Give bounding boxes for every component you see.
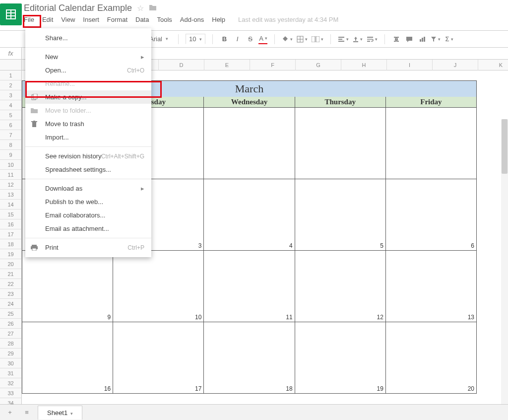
calendar-cell[interactable]: 20 [386, 322, 476, 393]
menu-edit[interactable]: Edit [42, 15, 53, 24]
column-header-E[interactable]: E [204, 60, 250, 70]
menu-view[interactable]: View [61, 15, 75, 24]
calendar-cell[interactable]: 18 [204, 322, 295, 393]
row-header-3[interactable]: 3 [0, 90, 22, 100]
vertical-scrollbar[interactable] [501, 119, 508, 404]
row-header-16[interactable]: 16 [0, 219, 22, 229]
calendar-cell[interactable]: 5 [295, 179, 386, 250]
merge-cells-button[interactable] [312, 34, 323, 44]
wrap-button[interactable] [367, 34, 378, 44]
select-all-corner[interactable] [0, 60, 22, 70]
file-menu-download[interactable]: Download as▸ [25, 182, 151, 195]
menu-help[interactable]: Help [212, 15, 225, 24]
file-menu-settings[interactable]: Spreadsheet settings... [25, 163, 151, 176]
row-header-6[interactable]: 6 [0, 120, 22, 130]
bold-button[interactable]: B [220, 34, 229, 44]
row-header-33[interactable]: 33 [0, 388, 22, 398]
doc-title[interactable]: Editorial Calendar Example [24, 3, 132, 13]
row-header-24[interactable]: 24 [0, 299, 22, 309]
row-header-11[interactable]: 11 [0, 170, 22, 180]
column-header-F[interactable]: F [250, 60, 296, 70]
file-menu-publish[interactable]: Publish to the web... [25, 195, 151, 209]
calendar-cell[interactable] [295, 108, 386, 179]
calendar-cell[interactable]: 11 [204, 251, 295, 322]
row-header-7[interactable]: 7 [0, 130, 22, 140]
insert-comment-button[interactable] [405, 34, 414, 44]
calendar-cell[interactable]: 17 [113, 322, 204, 393]
insert-link-button[interactable] [392, 34, 401, 44]
row-header-1[interactable]: 1 [0, 70, 22, 80]
row-header-8[interactable]: 8 [0, 140, 22, 150]
row-header-18[interactable]: 18 [0, 239, 22, 249]
calendar-cell[interactable]: 6 [386, 179, 476, 250]
last-edit-label[interactable]: Last edit was yesterday at 4:34 PM [238, 15, 338, 24]
row-header-14[interactable]: 14 [0, 200, 22, 210]
add-sheet-button[interactable]: + [4, 407, 16, 419]
row-header-20[interactable]: 20 [0, 259, 22, 269]
insert-chart-button[interactable] [418, 34, 427, 44]
functions-button[interactable]: Σ [444, 34, 453, 44]
all-sheets-button[interactable]: ≡ [21, 407, 33, 419]
menu-data[interactable]: Data [135, 15, 149, 24]
calendar-cell[interactable]: 13 [386, 251, 476, 322]
menu-addons[interactable]: Add-ons [180, 15, 204, 24]
file-menu-email-collab[interactable]: Email collaborators... [25, 209, 151, 222]
calendar-cell[interactable]: 9 [22, 251, 113, 322]
row-header-27[interactable]: 27 [0, 329, 22, 339]
column-header-I[interactable]: I [387, 60, 433, 70]
row-header-25[interactable]: 25 [0, 309, 22, 319]
sheet-tab-dropdown-icon[interactable] [70, 409, 73, 417]
borders-button[interactable] [297, 34, 308, 44]
row-header-19[interactable]: 19 [0, 249, 22, 259]
calendar-cell[interactable]: 12 [295, 251, 386, 322]
row-header-13[interactable]: 13 [0, 190, 22, 200]
file-menu-move-trash[interactable]: Move to trash [25, 117, 151, 131]
row-header-4[interactable]: 4 [0, 100, 22, 110]
file-menu-new[interactable]: New▸ [25, 50, 151, 64]
row-header-28[interactable]: 28 [0, 339, 22, 349]
calendar-cell[interactable]: 4 [204, 179, 295, 250]
row-header-23[interactable]: 23 [0, 289, 22, 299]
valign-button[interactable] [353, 34, 363, 44]
file-menu-email-attach[interactable]: Email as attachment... [25, 222, 151, 235]
file-menu-revision[interactable]: See revision historyCtrl+Alt+Shift+G [25, 149, 151, 163]
menu-tools[interactable]: Tools [157, 15, 172, 24]
row-header-17[interactable]: 17 [0, 229, 22, 239]
row-header-22[interactable]: 22 [0, 279, 22, 289]
row-header-12[interactable]: 12 [0, 180, 22, 190]
file-menu-make-copy[interactable]: Make a copy... [25, 90, 151, 104]
column-header-G[interactable]: G [296, 60, 341, 70]
menu-insert[interactable]: Insert [83, 15, 99, 24]
menu-file[interactable]: File [24, 15, 34, 24]
row-header-30[interactable]: 30 [0, 358, 22, 368]
file-menu-share[interactable]: Share... [25, 31, 151, 45]
sheets-logo[interactable] [0, 3, 22, 25]
row-header-21[interactable]: 21 [0, 269, 22, 279]
font-size-selector[interactable]: 10 [186, 34, 205, 44]
fill-color-button[interactable] [282, 34, 293, 44]
file-menu-open[interactable]: Open...Ctrl+O [25, 64, 151, 77]
halign-button[interactable] [338, 34, 349, 44]
file-menu-print[interactable]: PrintCtrl+P [25, 241, 151, 254]
calendar-cell[interactable] [204, 108, 295, 179]
strikethrough-button[interactable]: S [246, 34, 254, 44]
italic-button[interactable]: I [233, 34, 242, 44]
folder-icon[interactable] [149, 4, 157, 13]
column-header-K[interactable]: K [478, 60, 508, 70]
sheet-tab[interactable]: Sheet1 [38, 406, 82, 420]
star-icon[interactable]: ☆ [137, 3, 144, 13]
row-header-2[interactable]: 2 [0, 80, 22, 90]
row-header-9[interactable]: 9 [0, 150, 22, 160]
row-header-31[interactable]: 31 [0, 368, 22, 378]
column-header-H[interactable]: H [341, 60, 387, 70]
text-color-button[interactable]: A [258, 34, 267, 44]
file-menu-import[interactable]: Import... [25, 131, 151, 144]
calendar-cell[interactable] [386, 108, 476, 179]
column-header-D[interactable]: D [159, 60, 204, 70]
row-header-26[interactable]: 26 [0, 319, 22, 329]
row-header-15[interactable]: 15 [0, 210, 22, 219]
calendar-cell[interactable]: 10 [113, 251, 204, 322]
row-header-10[interactable]: 10 [0, 160, 22, 170]
menu-format[interactable]: Format [107, 15, 127, 24]
filter-button[interactable] [431, 34, 441, 44]
